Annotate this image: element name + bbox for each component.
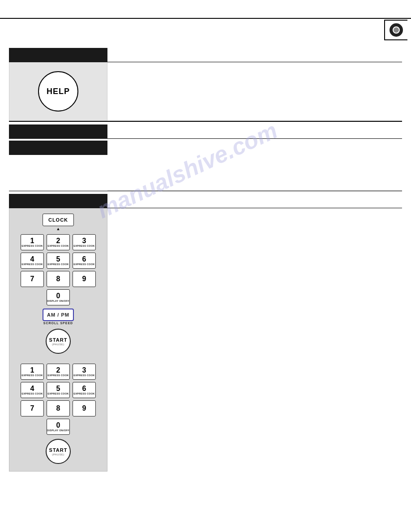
keypad2-row2: 4 EXPRESS COOK 5 EXPRESS COOK 6 EXPRESS … xyxy=(21,382,96,398)
keypad1-row2: 4 EXPRESS COOK 5 EXPRESS COOK 6 EXPRESS … xyxy=(21,253,96,269)
key-4[interactable]: 4 EXPRESS COOK xyxy=(21,253,44,269)
section2-header2-row xyxy=(0,141,411,155)
key-3-sub: EXPRESS COOK xyxy=(73,245,95,248)
key-0-sub: DISPLAY ON/OFF xyxy=(47,300,69,303)
key2-5[interactable]: 5 EXPRESS COOK xyxy=(47,382,70,398)
start-label-1: START xyxy=(49,337,68,343)
key-0[interactable]: 0 DISPLAY ON/OFF xyxy=(47,289,70,305)
ampm-label: AM / PM xyxy=(47,312,69,317)
start-button-2[interactable]: START (PAUSE) xyxy=(46,439,71,464)
key2-2[interactable]: 2 EXPRESS COOK xyxy=(47,364,70,380)
clock-group: CLOCK ▲ xyxy=(43,214,74,231)
key2-2-sub: EXPRESS COOK xyxy=(47,374,69,377)
clock-arrow-icon: ▲ xyxy=(56,227,60,231)
key2-4-num: 4 xyxy=(30,385,34,392)
rule2 xyxy=(9,191,402,192)
key2-1-num: 1 xyxy=(30,367,34,374)
key-4-num: 4 xyxy=(30,256,34,263)
keypad2-row3: 7 8 9 xyxy=(21,400,96,416)
keypad-panel: CLOCK ▲ 1 EXPRESS COOK 2 EXPRESS COOK xyxy=(9,208,107,472)
pause-label-2: (PAUSE) xyxy=(52,453,64,456)
key-5-num: 5 xyxy=(56,256,60,263)
section3-content-row: CLOCK ▲ 1 EXPRESS COOK 2 EXPRESS COOK xyxy=(0,208,411,472)
section3-text xyxy=(107,208,402,472)
section3-left xyxy=(9,194,107,208)
key2-6-sub: EXPRESS COOK xyxy=(73,392,95,395)
key2-6[interactable]: 6 EXPRESS COOK xyxy=(73,382,96,398)
key2-0-sub: DISPLAY ON/OFF xyxy=(47,429,69,432)
section2-right xyxy=(107,124,402,139)
key-2-sub: EXPRESS COOK xyxy=(47,245,69,248)
key2-3-num: 3 xyxy=(82,367,86,374)
section3-header xyxy=(9,194,107,208)
scroll-speed-label: SCROLL SPEED xyxy=(43,322,73,325)
page-layout: HELP xyxy=(0,19,411,472)
section2-right2 xyxy=(107,141,402,155)
start-label-2: START xyxy=(49,447,68,453)
key-3-num: 3 xyxy=(82,237,86,245)
ampm-button[interactable]: AM / PM xyxy=(43,309,74,321)
start-button-1[interactable]: START (PAUSE) xyxy=(46,329,71,354)
section3-header-row xyxy=(0,194,411,208)
key-0-num: 0 xyxy=(56,292,60,300)
key2-3-sub: EXPRESS COOK xyxy=(73,374,95,377)
section2-text xyxy=(107,155,402,191)
key-5[interactable]: 5 EXPRESS COOK xyxy=(47,253,70,269)
key-7[interactable]: 7 xyxy=(21,271,44,287)
section1-text xyxy=(107,62,402,121)
key-6-sub: EXPRESS COOK xyxy=(73,263,95,266)
key-9[interactable]: 9 xyxy=(73,271,96,287)
keypad1-row1: 1 EXPRESS COOK 2 EXPRESS COOK 3 EXPRESS … xyxy=(21,234,96,250)
help-label: HELP xyxy=(47,87,70,96)
section2-left xyxy=(9,124,107,139)
section1-right-header xyxy=(107,48,402,62)
ampm-group: AM / PM SCROLL SPEED xyxy=(43,309,74,325)
key2-8-num: 8 xyxy=(56,404,60,412)
key-9-num: 9 xyxy=(82,275,86,283)
key-7-num: 7 xyxy=(30,275,34,283)
key-1[interactable]: 1 EXPRESS COOK xyxy=(21,234,44,250)
section1-header-row xyxy=(0,48,411,62)
rule1 xyxy=(9,121,402,122)
keypad2-row1: 1 EXPRESS COOK 2 EXPRESS COOK 3 EXPRESS … xyxy=(21,364,96,380)
key2-1[interactable]: 1 EXPRESS COOK xyxy=(21,364,44,380)
section2-header-row xyxy=(0,124,411,139)
key2-8[interactable]: 8 xyxy=(47,400,70,416)
keypad1-row3: 7 8 9 xyxy=(21,271,96,287)
key2-5-num: 5 xyxy=(56,385,60,392)
key2-3[interactable]: 3 EXPRESS COOK xyxy=(73,364,96,380)
key2-4[interactable]: 4 EXPRESS COOK xyxy=(21,382,44,398)
section2-header xyxy=(9,124,107,139)
key2-4-sub: EXPRESS COOK xyxy=(21,392,43,395)
key2-0-num: 0 xyxy=(56,422,60,429)
help-button[interactable]: HELP xyxy=(38,71,78,112)
help-panel: HELP xyxy=(9,62,107,121)
key-8[interactable]: 8 xyxy=(47,271,70,287)
key2-0[interactable]: 0 DISPLAY ON/OFF xyxy=(47,419,70,435)
section1-content-row: HELP xyxy=(0,62,411,121)
key2-1-sub: EXPRESS COOK xyxy=(21,374,43,377)
clock-button[interactable]: CLOCK xyxy=(43,214,74,226)
section2-content-row xyxy=(0,155,411,191)
key2-7[interactable]: 7 xyxy=(21,400,44,416)
key-2[interactable]: 2 EXPRESS COOK xyxy=(47,234,70,250)
key-1-num: 1 xyxy=(30,237,34,245)
key-6-num: 6 xyxy=(82,256,86,263)
section1-header xyxy=(9,48,107,62)
pause-label-1: (PAUSE) xyxy=(52,343,64,346)
key-5-sub: EXPRESS COOK xyxy=(47,263,69,266)
section2-panel xyxy=(9,155,107,191)
section2-left2 xyxy=(9,141,107,155)
key2-9[interactable]: 9 xyxy=(73,400,96,416)
key-3[interactable]: 3 EXPRESS COOK xyxy=(73,234,96,250)
section1-left xyxy=(9,48,107,62)
key2-5-sub: EXPRESS COOK xyxy=(47,392,69,395)
key-1-sub: EXPRESS COOK xyxy=(21,245,43,248)
section3-right xyxy=(107,194,402,208)
section3-panel-wrapper: CLOCK ▲ 1 EXPRESS COOK 2 EXPRESS COOK xyxy=(9,208,107,472)
key-2-num: 2 xyxy=(56,237,60,245)
key-6[interactable]: 6 EXPRESS COOK xyxy=(73,253,96,269)
key2-6-num: 6 xyxy=(82,385,86,392)
key-4-sub: EXPRESS COOK xyxy=(21,263,43,266)
key-8-num: 8 xyxy=(56,275,60,283)
